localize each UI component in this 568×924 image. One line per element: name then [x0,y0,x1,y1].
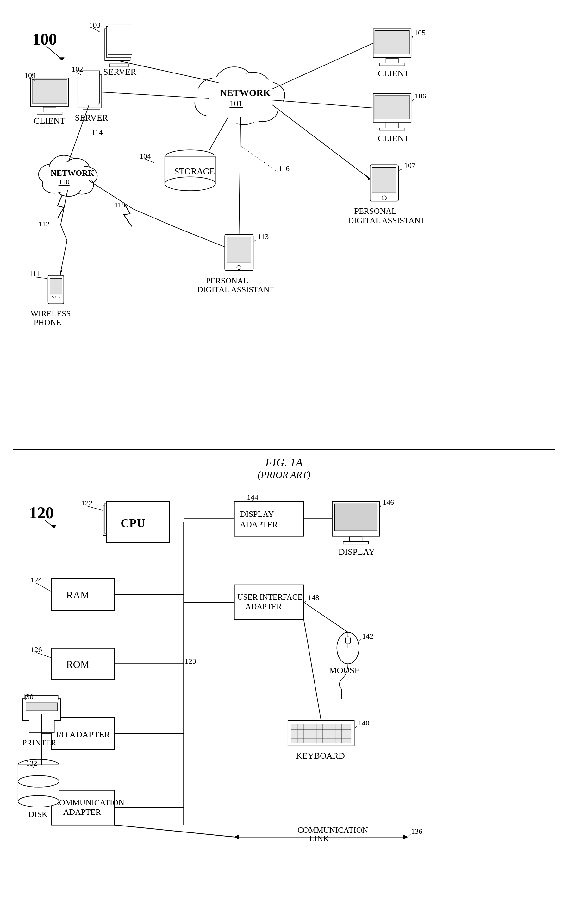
svg-rect-174 [291,724,351,743]
svg-text:101: 101 [230,98,243,108]
svg-rect-154 [343,541,369,544]
svg-text:102: 102 [72,65,83,73]
svg-text:111: 111 [29,270,40,278]
svg-point-199 [18,795,59,807]
svg-line-102 [240,146,278,172]
svg-text:124: 124 [31,576,42,584]
svg-text:PHONE: PHONE [34,318,61,327]
fig1a-sublabel: (PRIOR ART) [13,469,555,480]
svg-text:DIGITAL ASSISTANT: DIGITAL ASSISTANT [348,216,426,225]
svg-text:148: 148 [308,594,319,601]
svg-line-65 [254,240,256,242]
svg-text:112: 112 [39,220,50,228]
svg-marker-212 [234,835,239,839]
svg-point-202 [18,776,59,787]
svg-point-78 [165,177,216,191]
svg-rect-40 [386,58,399,63]
svg-text:WIRELESS: WIRELESS [31,309,71,318]
svg-text:136: 136 [411,827,423,835]
svg-text:DIGITAL ASSISTANT: DIGITAL ASSISTANT [197,285,275,294]
svg-line-125 [36,583,51,591]
svg-rect-6 [109,64,128,67]
svg-text:123: 123 [185,657,196,665]
svg-line-100 [239,118,240,234]
svg-line-107 [89,180,133,209]
svg-line-109 [178,228,225,247]
svg-line-99 [209,118,228,151]
svg-point-61 [237,265,241,270]
svg-text:ADAPTER: ADAPTER [63,807,101,816]
svg-rect-48 [379,128,405,130]
svg-line-108 [133,209,178,228]
svg-text:I/O ADAPTER: I/O ADAPTER [56,730,110,739]
svg-text:126: 126 [31,645,42,654]
svg-text:140: 140 [358,719,369,727]
svg-point-54 [382,196,386,200]
svg-line-121 [86,506,103,511]
svg-text:CPU: CPU [121,517,145,530]
svg-line-157 [380,505,381,507]
svg-text:RAM: RAM [66,589,89,601]
svg-text:ROM: ROM [66,659,89,670]
svg-text:106: 106 [415,92,426,100]
svg-line-104 [61,225,67,241]
svg-text:ADAPTER: ADAPTER [245,602,282,611]
svg-line-216 [114,825,234,837]
svg-text:107: 107 [404,161,415,170]
svg-line-190 [304,620,321,721]
svg-rect-194 [26,703,57,710]
svg-line-105 [60,241,67,276]
svg-rect-46 [375,95,409,119]
svg-rect-152 [335,504,377,531]
svg-line-44 [412,36,412,38]
svg-text:104: 104 [139,152,151,160]
svg-text:LINK: LINK [310,834,329,843]
fig1b-diagram: 120 CPU 122 RAM 124 ROM 126 I/O ADAPTER … [13,489,555,924]
svg-line-129 [36,653,51,658]
svg-marker-3 [59,57,65,61]
svg-line-58 [399,169,402,170]
svg-rect-41 [379,63,405,65]
svg-rect-13 [32,79,67,103]
svg-text:122: 122 [81,499,92,507]
svg-rect-53 [372,167,396,192]
svg-rect-153 [350,537,362,541]
svg-line-189 [355,726,356,728]
svg-text:NETWORK: NETWORK [220,87,270,98]
svg-text:SERVER: SERVER [103,67,136,77]
svg-text:COMMUNICATION: COMMUNICATION [54,798,125,807]
svg-line-51 [412,99,414,101]
svg-rect-60 [227,237,251,262]
svg-text:DISPLAY: DISPLAY [240,510,274,519]
fig1a-diagram: 100 SERVER 103 CLIENT 109 [13,13,555,450]
fig1a-label: FIG. 1A [13,456,555,469]
svg-rect-168 [346,637,350,644]
svg-text:CLIENT: CLIENT [378,133,409,143]
svg-text:ADAPTER: ADAPTER [240,520,278,529]
svg-text:142: 142 [362,632,373,640]
svg-rect-23 [77,71,100,103]
svg-marker-213 [403,835,408,839]
svg-text:132: 132 [26,759,37,767]
svg-rect-47 [386,123,399,128]
svg-text:DISPLAY: DISPLAY [338,547,375,557]
svg-rect-83 [50,279,62,294]
svg-marker-98 [366,175,370,180]
svg-rect-14 [43,108,56,112]
svg-rect-39 [375,30,409,54]
svg-text:STORAGE: STORAGE [174,166,215,176]
page: 100 SERVER 103 CLIENT 109 [0,0,568,924]
svg-text:PERSONAL: PERSONAL [354,206,396,216]
svg-rect-8 [108,24,132,55]
svg-line-162 [304,601,306,602]
svg-text:NETWORK: NETWORK [51,168,94,178]
svg-text:113: 113 [258,232,269,241]
svg-text:114: 114 [91,128,103,136]
svg-text:130: 130 [22,692,33,701]
svg-text:CLIENT: CLIENT [378,68,409,78]
svg-text:120: 120 [29,504,54,522]
svg-text:100: 100 [32,30,57,48]
svg-text:116: 116 [278,164,290,173]
svg-text:115: 115 [114,201,125,209]
svg-text:KEYBOARD: KEYBOARD [296,751,345,760]
